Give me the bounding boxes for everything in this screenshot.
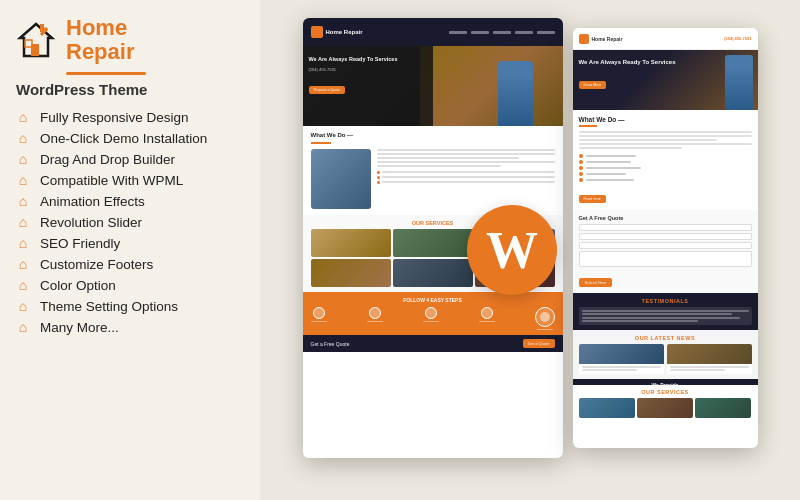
mock2-text-line [579,131,752,133]
mock2-test-content [579,307,752,326]
mock2-logo-icon [579,34,589,44]
feature-icon-house: ⌂ [14,109,32,125]
mock-steps-section: FOLLOW 4 EASY STEPS [303,292,563,336]
mock-step-circle [481,307,493,319]
mock-logo-text: Home Repair [326,29,363,35]
mock2-list-dot [579,160,583,164]
mock-text-line [377,157,519,159]
mock2-test-title: TESTIMONIALS [579,298,752,304]
mock2-news-line [670,369,725,371]
mock-list-item [377,181,555,184]
mock2-form-field-1 [579,224,752,231]
mock2-list-dot [579,154,583,158]
mock-text-line [377,153,555,155]
home-repair-icon [14,18,58,62]
feature-label: SEO Friendly [40,236,120,251]
mock-step-4 [479,307,495,331]
wp-letter: W [486,221,538,280]
mock-text-line [377,165,502,167]
right-panel: W Home Repair We Are Always Ready To S [260,0,800,500]
mock2-read-more-btn: Read more [579,195,606,203]
mock-list-item [377,176,555,179]
mock-step-2 [367,307,383,331]
mock-list-line [382,176,555,178]
mock-step-img-inner [540,312,550,322]
mock-list-item [377,171,555,174]
mock-quote-btn: Get a Quote [523,339,555,348]
mock2-service-item-1 [579,398,635,418]
feature-icon-house-9: ⌂ [14,298,32,314]
mock-step-circle [369,307,381,319]
mock-worker-placeholder [498,61,533,126]
mock2-text-line [579,135,752,137]
mock2-list-text [586,173,626,175]
mock2-form-fields [579,224,752,267]
mock-nav-item [537,31,555,34]
mock2-news-item-1 [579,344,664,374]
mock-nav-item [471,31,489,34]
mock2-header: Home Repair (504) 456-7591 [573,28,758,50]
mock2-underline [579,125,597,127]
mock-step-circle [313,307,325,319]
mock2-news-img [667,344,752,364]
mock-nav-item [493,31,511,34]
mock2-test-lines [582,310,749,323]
mock-list-col [377,171,555,184]
mock-steps-row [311,307,555,331]
mock2-test-line [582,313,732,315]
mock-hero-text: We Are Always Ready To Services (504) 45… [309,56,398,95]
mock2-testimonials-section: TESTIMONIALS [573,293,758,331]
mock2-test-line [582,320,699,322]
mock-service-item-4 [311,259,391,287]
mock2-hero-title: We Are Always Ready To Services [579,58,676,66]
mock-text-line [377,149,555,151]
feature-label: Compatible With WPML [40,173,183,188]
mock-bullet [377,171,380,174]
feature-icon-house-1: ⌂ [14,130,32,146]
mock2-list-item [579,160,752,164]
mock-service-item-5 [393,259,473,287]
mock2-news-grid [579,344,752,374]
mock-what-we-do-section: What We Do — [303,126,563,215]
mock-bullet [377,181,380,184]
mock2-hero-text: We Are Always Ready To Services Know Mor… [579,58,676,90]
feature-icon-house-2: ⌂ [14,151,32,167]
feature-label: Drag And Drop Builder [40,152,175,167]
feature-icon-house-10: ⌂ [14,319,32,335]
mock-logo-icon [311,26,323,38]
feature-icon-house-4: ⌂ [14,193,32,209]
mock-hero-title: We Are Always Ready To Services [309,56,398,63]
feature-label: Fully Responsive Design [40,110,189,125]
feature-list: ⌂ Fully Responsive Design ⌂ One-Click De… [14,108,246,336]
mock2-service-item-3 [695,398,751,418]
mock2-form-submit-btn: Submit Now [579,278,613,287]
feature-icon-house-5: ⌂ [14,214,32,230]
mock2-text-line [579,143,752,145]
mock-logo: Home Repair [311,26,363,38]
mock-section-underline [311,142,331,144]
mock2-news-line [670,366,749,368]
mock2-text-line [579,147,683,149]
mock-hero: We Are Always Ready To Services (504) 45… [303,46,563,126]
mock2-text-lines [579,131,752,149]
mock-nav-item [449,31,467,34]
mock-hero-image [420,46,563,126]
mock2-services-title: OUR SERVICES [579,389,752,395]
brand-name: Home Repair [66,16,134,64]
mock-list-line [382,181,555,183]
wp-theme-label: WordPress Theme [16,81,246,98]
feature-label: Customize Footers [40,257,153,272]
mock2-news-content [667,364,752,374]
mock-step-3 [423,307,439,331]
mock-step-1 [311,307,327,331]
feature-icon-house-3: ⌂ [14,172,32,188]
mock2-text-line [579,139,717,141]
mockup-header: Home Repair [303,18,563,46]
mock2-news-content [579,364,664,374]
mock2-test-line [582,310,749,312]
mock2-news-item-2 [667,344,752,374]
mock2-hero-btn: Know More [579,81,607,89]
feature-label: Many More... [40,320,119,335]
mock2-services-section: We Provide OUR SERVICES [573,379,758,423]
mock-nav [449,31,555,34]
